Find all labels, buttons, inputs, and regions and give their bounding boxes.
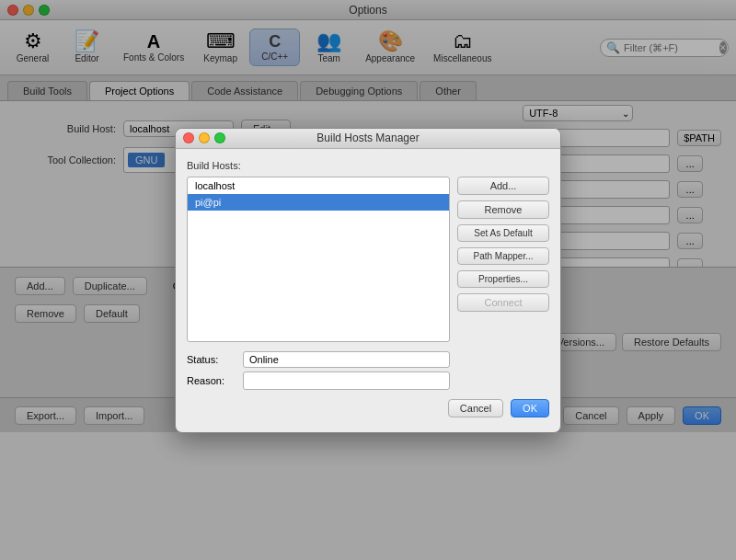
modal-max-button[interactable] — [214, 132, 225, 143]
modal-left-col: localhost pi@pi Status: Online Reason: — [187, 177, 450, 399]
modal-main-row: localhost pi@pi Status: Online Reason: — [187, 177, 549, 399]
modal-title: Build Hosts Manager — [316, 131, 419, 144]
modal-properties-button[interactable]: Properties... — [457, 270, 549, 288]
modal-footer: Cancel OK — [187, 399, 549, 421]
modal-body: Build Hosts: localhost pi@pi Status: — [176, 149, 560, 432]
modal-remove-button[interactable]: Remove — [457, 200, 549, 219]
reason-value — [243, 371, 450, 390]
status-row: Status: Online — [187, 351, 450, 368]
modal-path-mapper-button[interactable]: Path Mapper... — [457, 247, 549, 265]
reason-label: Reason: — [187, 375, 237, 386]
build-hosts-modal: Build Hosts Manager Build Hosts: localho… — [175, 128, 561, 433]
modal-window-controls[interactable] — [183, 132, 225, 143]
status-value: Online — [243, 351, 450, 368]
modal-close-button[interactable] — [183, 132, 194, 143]
build-hosts-list[interactable]: localhost pi@pi — [187, 177, 450, 342]
modal-title-bar: Build Hosts Manager — [176, 129, 560, 149]
modal-right-col: Add... Remove Set As Default Path Mapper… — [457, 177, 549, 399]
modal-set-default-button[interactable]: Set As Default — [457, 224, 549, 242]
build-hosts-label: Build Hosts: — [187, 160, 549, 171]
modal-cancel-button[interactable]: Cancel — [448, 399, 503, 417]
status-label: Status: — [187, 354, 237, 365]
modal-overlay: Build Hosts Manager Build Hosts: localho… — [0, 0, 736, 560]
host-item-pipi[interactable]: pi@pi — [188, 194, 449, 211]
modal-add-button[interactable]: Add... — [457, 177, 549, 195]
modal-ok-button[interactable]: OK — [511, 399, 549, 417]
modal-min-button[interactable] — [199, 132, 210, 143]
host-item-localhost[interactable]: localhost — [188, 177, 449, 194]
reason-row: Reason: — [187, 371, 450, 390]
modal-connect-button[interactable]: Connect — [457, 293, 549, 312]
